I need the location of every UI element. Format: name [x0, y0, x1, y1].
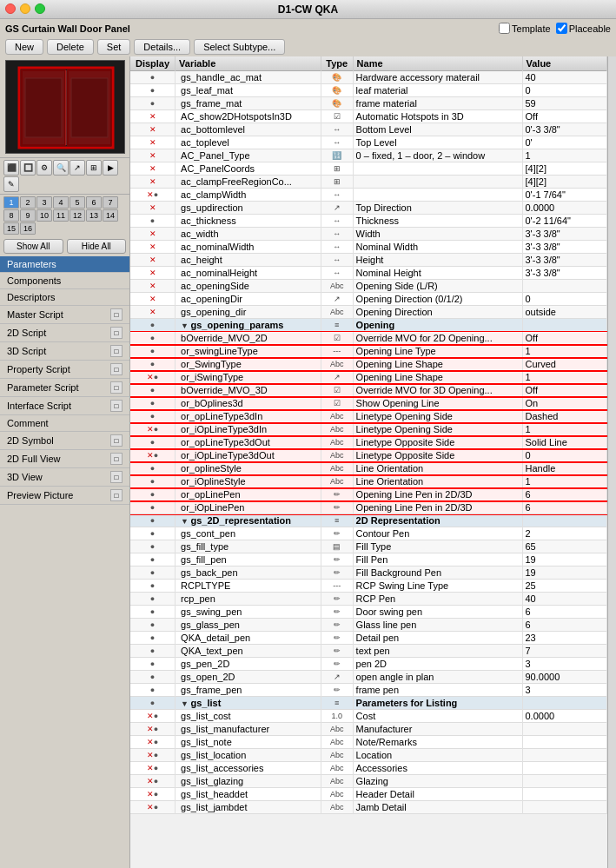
page-14[interactable]: 14 — [103, 209, 118, 222]
table-row[interactable]: ●gs_fill_type▤Fill Type65 — [130, 540, 607, 553]
table-row[interactable]: ●▼ gs_2D_representation≡2D Representatio… — [130, 514, 607, 527]
table-row[interactable]: ✕AC_PanelCoords⊞[4][2] — [130, 162, 607, 176]
table-row[interactable]: ●or_swingLineType---Opening Line Type1 — [130, 345, 607, 358]
page-5[interactable]: 5 — [70, 196, 85, 209]
nav-descriptors[interactable]: Descriptors — [0, 289, 129, 306]
page-7[interactable]: 7 — [103, 196, 118, 209]
table-row[interactable]: ✕ac_nominalHeight↔Nominal Height3'-3 3/8… — [130, 267, 607, 280]
table-row[interactable]: ●bOverride_MVO_3D☑Override MVO for 3D Op… — [130, 384, 607, 397]
nav-3d-script[interactable]: 3D Script □ — [0, 342, 129, 361]
table-row[interactable]: ✕ac_bottomlevel↔Bottom Level0'-3 3/8" — [130, 123, 607, 136]
table-row[interactable]: ✕●gs_list_cost1.0Cost0.0000 — [130, 710, 607, 723]
page-8[interactable]: 8 — [3, 209, 19, 222]
table-row[interactable]: ✕●ac_clampWidth↔0'-1 7/64" — [130, 189, 607, 202]
page-9[interactable]: 9 — [20, 209, 36, 222]
tool-icon-6[interactable]: ⊞ — [86, 160, 102, 176]
page-4[interactable]: 4 — [53, 196, 69, 209]
table-row[interactable]: ✕●gs_list_noteAbcNote/Remarks — [130, 736, 607, 749]
tool-icon-4[interactable]: 🔍 — [53, 160, 69, 176]
table-row[interactable]: ✕ac_clampFreeRegionCo...⊞[4][2] — [130, 176, 607, 189]
page-2[interactable]: 2 — [20, 196, 36, 209]
page-16[interactable]: 16 — [20, 222, 36, 235]
page-6[interactable]: 6 — [86, 196, 102, 209]
table-row[interactable]: ●gs_back_pen✏Fill Background Pen19 — [130, 567, 607, 580]
page-10[interactable]: 10 — [36, 209, 52, 222]
tool-icon-3[interactable]: ⚙ — [36, 160, 52, 176]
minimize-button[interactable] — [20, 3, 30, 14]
table-row[interactable]: ✕ac_height↔Height3'-3 3/8" — [130, 254, 607, 267]
table-row[interactable]: ✕●gs_list_headdetAbcHeader Detail — [130, 788, 607, 801]
nav-preview-picture[interactable]: Preview Picture □ — [0, 487, 129, 505]
table-row[interactable]: ✕gs_opening_dirAbcOpening Directionoutsi… — [130, 306, 607, 319]
close-button[interactable] — [5, 3, 16, 14]
hide-all-button[interactable]: Hide All — [67, 239, 127, 254]
table-row[interactable]: ✕●or_iOpLineType3dInAbcLinetype Opening … — [130, 423, 607, 436]
table-row[interactable]: ●or_opLineType3dOutAbcLinetype Opposite … — [130, 436, 607, 449]
table-row[interactable]: ✕●or_iSwingType↗Opening Line Shape1 — [130, 371, 607, 384]
table-row[interactable]: ✕ac_nominalWidth↔Nominal Width3'-3 3/8" — [130, 241, 607, 254]
table-row[interactable]: ●▼ gs_list≡Parameters for Listing — [130, 697, 607, 710]
table-row[interactable]: ✕●gs_list_manufacturerAbcManufacturer — [130, 723, 607, 736]
nav-property-script[interactable]: Property Script □ — [0, 361, 129, 379]
nav-parameter-script[interactable]: Parameter Script □ — [0, 379, 129, 397]
nav-interface-script[interactable]: Interface Script □ — [0, 397, 129, 415]
table-row[interactable]: ●gs_open_2D↗open angle in plan90.0000 — [130, 671, 607, 684]
template-checkbox-label[interactable]: Template — [499, 23, 551, 34]
table-row[interactable]: ●gs_cont_pen✏Contour Pen2 — [130, 527, 607, 540]
table-row[interactable]: ●gs_glass_pen✏Glass line pen6 — [130, 619, 607, 632]
table-row[interactable]: ✕●gs_list_jambdetAbcJamb Detail — [130, 801, 607, 814]
nav-master-script[interactable]: Master Script □ — [0, 306, 129, 324]
table-row[interactable]: ●or_SwingTypeAbcOpening Line ShapeCurved — [130, 358, 607, 371]
nav-3d-view[interactable]: 3D View □ — [0, 468, 129, 487]
set-button[interactable]: Set — [97, 39, 131, 55]
table-row[interactable]: ●ac_thickness↔Thickness0'-2 11/64" — [130, 215, 607, 228]
table-row[interactable]: ●gs_fill_pen✏Fill Pen19 — [130, 553, 607, 567]
page-13[interactable]: 13 — [86, 209, 102, 222]
select-subtype-button[interactable]: Select Subtype... — [194, 39, 285, 55]
table-row[interactable]: ✕gs_updirection↗Top Direction0.0000 — [130, 202, 607, 215]
table-row[interactable]: ●or_opLinePen✏Opening Line Pen in 2D/3D6 — [130, 488, 607, 501]
delete-button[interactable]: Delete — [47, 39, 94, 55]
table-row[interactable]: ●or_oplineStyleAbcLine OrientationHandle — [130, 462, 607, 475]
page-15[interactable]: 15 — [3, 222, 19, 235]
placeable-checkbox[interactable] — [556, 23, 567, 34]
table-row[interactable]: ●or_bOplines3d☑Show Opening LineOn — [130, 397, 607, 410]
table-row[interactable]: ✕ac_width↔Width3'-3 3/8" — [130, 228, 607, 241]
table-row[interactable]: ●gs_frame_pen✏frame pen3 — [130, 684, 607, 697]
table-row[interactable]: ●or_opLineType3dInAbcLinetype Opening Si… — [130, 410, 607, 423]
tool-icon-7[interactable]: ▶ — [103, 160, 118, 176]
details-button[interactable]: Details... — [134, 39, 190, 55]
page-3[interactable]: 3 — [36, 196, 52, 209]
table-row[interactable]: ●QKA_detail_pen✏Detail pen23 — [130, 632, 607, 645]
page-1[interactable]: 1 — [3, 196, 19, 209]
table-row[interactable]: ✕ac_toplevel↔Top Level0' — [130, 136, 607, 149]
table-row[interactable]: ●gs_leaf_mat🎨leaf material0 — [130, 84, 607, 97]
table-row[interactable]: ✕ac_openingDir↗Opening Direction (0/1/2)… — [130, 293, 607, 306]
tool-icon-1[interactable]: ⬛ — [3, 160, 19, 176]
table-row[interactable]: ✕●gs_list_locationAbcLocation — [130, 749, 607, 762]
new-button[interactable]: New — [5, 39, 43, 55]
table-row[interactable]: ●gs_frame_mat🎨frame material59 — [130, 97, 607, 110]
table-row[interactable]: ●gs_handle_ac_mat🎨Hardware accessory mat… — [130, 71, 607, 84]
table-row[interactable]: ✕●gs_list_accessoriesAbcAccessories — [130, 762, 607, 775]
table-row[interactable]: ●▼ gs_opening_params≡Opening — [130, 319, 607, 332]
tool-icon-5[interactable]: ↗ — [70, 160, 85, 176]
table-row[interactable]: ●rcp_pen✏RCP Pen40 — [130, 593, 607, 606]
table-row[interactable]: ✕●or_iOpLineType3dOutAbcLinetype Opposit… — [130, 449, 607, 462]
nav-2d-script[interactable]: 2D Script □ — [0, 324, 129, 342]
table-row[interactable]: ●or_iOpLinePen✏Opening Line Pen in 2D/3D… — [130, 501, 607, 514]
nav-components[interactable]: Components — [0, 273, 129, 289]
tool-icon-8[interactable]: ✎ — [3, 176, 19, 192]
table-row[interactable]: ●RCPLTYPE---RCP Swing Line Type25 — [130, 580, 607, 593]
tool-icon-2[interactable]: 🔲 — [20, 160, 36, 176]
template-checkbox[interactable] — [499, 23, 510, 34]
table-row[interactable]: ●gs_pen_2D✏pen 2D3 — [130, 658, 607, 671]
table-row[interactable]: ●QKA_text_pen✏text pen7 — [130, 645, 607, 658]
table-row[interactable]: ✕AC_show2DHotspotsIn3D☑Automatic Hotspot… — [130, 110, 607, 123]
table-row[interactable]: ✕ac_openingSideAbcOpening Side (L/R) — [130, 280, 607, 293]
show-all-button[interactable]: Show All — [3, 239, 63, 254]
page-12[interactable]: 12 — [70, 209, 85, 222]
nav-2d-full-view[interactable]: 2D Full View □ — [0, 450, 129, 468]
placeable-checkbox-label[interactable]: Placeable — [556, 23, 611, 34]
nav-parameters[interactable]: Parameters — [0, 256, 129, 273]
